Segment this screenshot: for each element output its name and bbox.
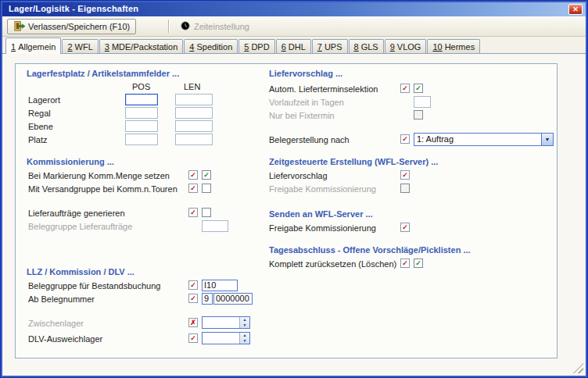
value-checkbox-lieferauftraege[interactable] <box>202 208 211 217</box>
label-lieferauftraege: Lieferaufträge generieren <box>28 209 125 219</box>
column-header-pos: POS <box>132 82 150 91</box>
section-title-lagerfestplatz: Lagerfestplatz / Artikelstammfelder ... <box>27 69 179 78</box>
apply-checkbox-lieferterminselektion[interactable]: ✓ <box>400 84 410 93</box>
chevron-down-icon: ▼ <box>545 137 550 142</box>
section-title-zeitgesteuert: Zeitgesteuerte Erstellung (WFL-Server) .… <box>269 157 438 166</box>
tab-label: Hermes <box>445 42 475 52</box>
time-settings-button: Zeiteinstellung <box>174 19 256 34</box>
apply-checkbox-komplett-zuruecksetzen[interactable]: ✓ <box>400 259 410 268</box>
tab-7-ups[interactable]: 7UPS <box>312 39 348 53</box>
label-senden-freigabe-kommissionierung: Freigabe Kommissionierung <box>269 223 376 234</box>
content-panel: Lagerfestplatz / Artikelstammfelder ... … <box>15 63 558 358</box>
tab-number: 10 <box>432 42 442 52</box>
belegnummer-field[interactable]: 0000000 <box>213 293 253 305</box>
belegerstellung-dropdown-button[interactable]: ▼ <box>541 134 553 145</box>
tab-number: 7 <box>317 42 322 52</box>
platz-pos-field[interactable] <box>125 134 158 145</box>
window-title: Lager/Logisitk - Eigenschaften <box>9 4 138 13</box>
tab-number: 4 <box>189 42 194 52</box>
properties-window: Lager/Logisitk - Eigenschaften ✕ Verlass… <box>0 0 588 378</box>
regal-pos-field[interactable] <box>125 107 158 119</box>
tab-1-allgemein[interactable]: 1Allgemein <box>5 37 61 54</box>
tab-number: 6 <box>281 42 286 52</box>
titlebar[interactable]: Lager/Logisitk - Eigenschaften ✕ <box>2 2 586 16</box>
value-checkbox-versandgruppe[interactable] <box>202 184 211 193</box>
regal-len-field[interactable] <box>175 107 213 119</box>
tab-10-hermes[interactable]: 10Hermes <box>427 39 480 53</box>
value-checkbox-lieferterminselektion[interactable]: ✓ <box>414 84 423 93</box>
ebene-len-field[interactable] <box>175 120 213 132</box>
tab-3-mde-packstation[interactable]: 3MDE/Packstation <box>99 39 184 53</box>
apply-checkbox-dlv-ausweichlager[interactable]: ✓ <box>188 333 198 343</box>
label-ebene: Ebene <box>28 122 53 132</box>
toolbar: Verlassen/Speichern (F10) Zeiteinstellun… <box>2 16 586 37</box>
spin-up-icon: ▲ <box>240 317 249 323</box>
time-settings-label: Zeiteinstellung <box>194 22 249 31</box>
ebene-pos-field[interactable] <box>125 120 158 132</box>
value-checkbox-komm-menge[interactable]: ✓ <box>202 170 211 180</box>
label-platz: Platz <box>28 135 47 145</box>
resize-grip[interactable] <box>573 363 583 373</box>
label-zeit-liefervorschlag: Liefervorschlag <box>269 171 328 181</box>
spin-down-icon[interactable]: ▼ <box>240 338 249 344</box>
tab-number: 3 <box>105 42 109 52</box>
apply-checkbox-beleggruppe-bestand[interactable]: ✓ <box>188 280 198 290</box>
apply-checkbox-senden-freigabe[interactable]: ✓ <box>400 223 410 232</box>
tab-strip: 1Allgemein 2WFL 3MDE/Packstation 4Spedit… <box>2 37 586 54</box>
label-komplett-zuruecksetzen: Komplett zurücksetzen (Löschen) <box>269 259 396 269</box>
tab-9-vlog[interactable]: 9VLOG <box>385 39 427 53</box>
value-checkbox-fixtermin <box>414 110 423 119</box>
tab-label: GLS <box>361 42 378 52</box>
value-checkbox-zeit-freigabe <box>400 184 410 193</box>
label-beleggruppe-bestand: Beleggruppe für Bestandsbuchung <box>28 281 160 291</box>
dlv-ausweichlager-spinner[interactable]: ▲ ▼ <box>202 332 250 344</box>
tab-4-spedition[interactable]: 4Spedition <box>184 39 238 53</box>
tab-label: VLOG <box>397 42 421 52</box>
tab-5-dpd[interactable]: 5DPD <box>238 39 274 53</box>
tab-label: DPD <box>251 42 269 52</box>
label-lagerort: Lagerort <box>28 95 60 105</box>
section-title-senden: Senden an WFL-Server ... <box>269 209 373 219</box>
section-title-tagesabschluss: Tagesabschluss - Offene Vorschläge/Pickl… <box>269 245 471 255</box>
section-title-llz: LLZ / Kommission / DLV ... <box>27 267 134 276</box>
tab-number: 1 <box>11 42 16 52</box>
label-zwischenlager: Zwischenlager <box>28 319 84 329</box>
apply-checkbox-komm-menge[interactable]: ✓ <box>188 170 198 180</box>
apply-checkbox-ab-belegnummer[interactable]: ✓ <box>188 294 198 303</box>
tab-label: MDE/Packstation <box>112 42 177 52</box>
tab-label: DHL <box>289 42 306 52</box>
lagerort-pos-field[interactable] <box>125 94 158 105</box>
label-nur-bei-fixtermin: Nur bei Fixtermin <box>269 111 335 121</box>
apply-checkbox-zeit-liefervorschlag[interactable]: ✓ <box>400 170 410 180</box>
exit-door-icon <box>13 20 25 34</box>
exit-save-label: Verlassen/Speichern (F10) <box>28 22 130 31</box>
tab-label: UPS <box>324 42 342 52</box>
tab-6-dhl[interactable]: 6DHL <box>276 39 311 53</box>
value-checkbox-komplett-zuruecksetzen[interactable]: ✓ <box>414 259 423 268</box>
exit-save-button[interactable]: Verlassen/Speichern (F10) <box>7 19 136 34</box>
tab-number: 2 <box>67 42 72 52</box>
platz-len-field[interactable] <box>175 134 213 145</box>
section-title-kommissionierung: Kommissionierung ... <box>27 157 114 166</box>
belegerstellung-select[interactable]: 1: Auftrag ▼ <box>414 133 554 146</box>
close-button[interactable]: ✕ <box>568 4 583 15</box>
label-komm-menge: Bei Markierung Komm.Menge setzen <box>28 171 170 181</box>
spin-up-icon[interactable]: ▲ <box>240 333 249 338</box>
belegnummer-prefix-field[interactable]: 9 <box>202 293 213 305</box>
tab-label: Allgemein <box>18 42 56 52</box>
tab-2-wfl[interactable]: 2WFL <box>62 39 98 53</box>
label-zeit-freigabe-kommissionierung: Freigabe Kommissionierung <box>269 184 376 194</box>
beleggruppe-bestand-field[interactable]: I10 <box>202 280 238 291</box>
clock-icon <box>180 20 191 33</box>
beleggruppe-lieferauftraege-field <box>202 220 228 232</box>
apply-checkbox-zwischenlager[interactable]: ✗ <box>188 318 198 327</box>
label-vorlaufzeit: Vorlaufzeit in Tagen <box>269 98 344 108</box>
tab-number: 8 <box>354 42 359 52</box>
lagerort-len-field[interactable] <box>175 94 213 105</box>
apply-checkbox-lieferauftraege[interactable]: ✓ <box>188 208 198 217</box>
spin-down-icon: ▼ <box>240 323 249 328</box>
apply-checkbox-versandgruppe[interactable]: ✓ <box>188 184 198 193</box>
column-header-len: LEN <box>184 82 200 91</box>
tab-8-gls[interactable]: 8GLS <box>349 39 384 53</box>
apply-checkbox-belegerstellung[interactable]: ✓ <box>400 134 410 144</box>
